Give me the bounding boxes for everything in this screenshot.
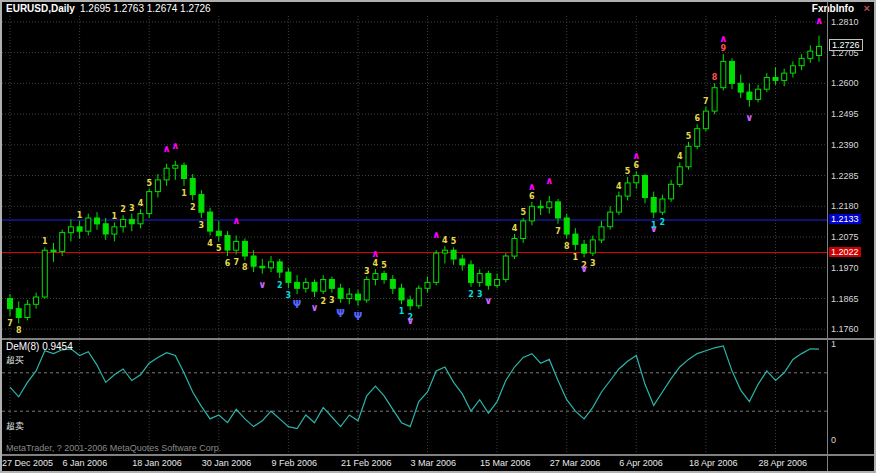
indicator-axis-label: 1 — [831, 339, 836, 349]
svg-text:6: 6 — [529, 192, 535, 201]
svg-text:6: 6 — [694, 114, 700, 123]
time-axis-label: 21 Feb 2006 — [341, 458, 392, 468]
svg-text:∧: ∧ — [232, 215, 240, 226]
svg-text:4: 4 — [616, 182, 622, 191]
svg-text:7: 7 — [7, 319, 13, 328]
svg-text:6: 6 — [634, 161, 640, 170]
svg-text:2: 2 — [120, 205, 126, 214]
demarker-chart[interactable] — [2, 340, 827, 454]
svg-text:∧: ∧ — [371, 248, 379, 259]
svg-text:2: 2 — [660, 218, 666, 227]
time-axis-label: 27 Dec 2005 — [2, 458, 53, 468]
price-axis-label: 1.2075 — [831, 232, 859, 242]
svg-text:6: 6 — [225, 259, 231, 268]
hline-price-label: 1.2022 — [829, 247, 861, 257]
svg-text:∨: ∨ — [310, 302, 318, 313]
svg-text:4: 4 — [442, 236, 448, 245]
indicator-panel[interactable]: DeM(8) 0.9454 超买 超卖 MetaTrader, ? 2001-2… — [2, 340, 827, 454]
svg-text:1: 1 — [77, 211, 83, 220]
price-axis-label: 1.1970 — [831, 263, 859, 273]
svg-text:9: 9 — [721, 44, 727, 53]
price-axis-label: 1.2285 — [831, 171, 859, 181]
svg-text:5: 5 — [146, 179, 152, 188]
price-axis-label: 1.2390 — [831, 140, 859, 150]
price-axis-label: 1.1865 — [831, 294, 859, 304]
svg-text:1: 1 — [112, 212, 118, 221]
time-axis-label: 15 Mar 2006 — [480, 458, 531, 468]
svg-text:2: 2 — [468, 290, 474, 299]
svg-text:5: 5 — [625, 167, 631, 176]
time-axis-label: 9 Feb 2006 — [271, 458, 317, 468]
price-axis-label: 1.2600 — [831, 78, 859, 88]
svg-text:3: 3 — [329, 296, 335, 305]
time-axis-label: 6 Jan 2006 — [63, 458, 108, 468]
svg-text:8: 8 — [564, 242, 570, 251]
price-axis: 1.28101.27051.26001.24951.23901.22851.21… — [828, 2, 874, 471]
svg-text:2: 2 — [277, 281, 283, 290]
svg-text:Ψ: Ψ — [354, 311, 363, 322]
time-axis-label: 30 Jan 2006 — [202, 458, 252, 468]
svg-text:7: 7 — [233, 258, 239, 267]
time-axis-label: 28 Apr 2006 — [759, 458, 808, 468]
svg-text:∧: ∧ — [545, 175, 553, 186]
svg-text:1: 1 — [651, 221, 657, 230]
svg-text:∧: ∧ — [171, 140, 179, 151]
svg-text:4: 4 — [512, 224, 518, 233]
price-chart-area[interactable]: 781112345∧∧12345678∧∨23Ψ∨23ΨΨ345∧12∨∧452… — [2, 16, 827, 338]
svg-text:∨: ∨ — [406, 315, 414, 326]
svg-text:7: 7 — [555, 227, 561, 236]
indicator-label: DeM(8) 0.9454 — [6, 341, 73, 352]
chart-title: EURUSD,Daily — [6, 3, 75, 14]
ohlc-readout: 1.2695 1.2763 1.2674 1.2726 — [80, 3, 211, 14]
price-axis-label: 1.2810 — [831, 17, 859, 27]
svg-text:∧: ∧ — [163, 143, 171, 154]
svg-text:4: 4 — [138, 199, 144, 208]
titlebar: EURUSD,Daily 1.2695 1.2763 1.2674 1.2726… — [2, 2, 874, 16]
svg-text:3: 3 — [590, 259, 596, 268]
overbought-label: 超买 — [6, 354, 24, 367]
svg-text:∧: ∧ — [815, 16, 823, 26]
svg-text:2: 2 — [320, 297, 326, 306]
svg-text:1: 1 — [399, 307, 405, 316]
indicator-name: DeM(8) — [6, 341, 39, 352]
svg-text:Ψ: Ψ — [336, 308, 345, 319]
svg-text:∧: ∧ — [719, 33, 727, 44]
svg-text:5: 5 — [381, 261, 387, 270]
svg-text:4: 4 — [373, 259, 379, 268]
svg-text:3: 3 — [477, 290, 483, 299]
svg-text:7: 7 — [703, 97, 709, 106]
svg-text:∧: ∧ — [528, 181, 536, 192]
time-axis-label: 18 Jan 2006 — [132, 458, 182, 468]
indicator-value: 0.9454 — [42, 341, 73, 352]
svg-text:3: 3 — [129, 204, 135, 213]
oversold-label: 超卖 — [6, 420, 24, 433]
svg-text:5: 5 — [520, 208, 526, 217]
svg-text:∧: ∧ — [432, 229, 440, 240]
time-axis-label: 6 Apr 2006 — [619, 458, 663, 468]
svg-text:8: 8 — [242, 263, 248, 272]
svg-text:3: 3 — [286, 291, 292, 300]
time-axis-label: 27 Mar 2006 — [550, 458, 601, 468]
price-axis-label: 1.1760 — [831, 324, 859, 334]
svg-text:5: 5 — [216, 244, 222, 253]
svg-text:Ψ: Ψ — [293, 299, 302, 310]
svg-text:3: 3 — [364, 267, 370, 276]
chart-window: EURUSD,Daily 1.2695 1.2763 1.2674 1.2726… — [0, 0, 876, 473]
price-axis-label: 1.2180 — [831, 201, 859, 211]
time-axis: 27 Dec 20056 Jan 200618 Jan 200630 Jan 2… — [2, 456, 827, 471]
copyright-text: MetaTrader, ? 2001-2006 MetaQuotes Softw… — [6, 443, 221, 453]
svg-text:∨: ∨ — [484, 295, 492, 306]
svg-text:1: 1 — [573, 253, 579, 262]
svg-text:∧: ∧ — [632, 150, 640, 161]
svg-text:1: 1 — [181, 189, 187, 198]
price-chart[interactable]: 781112345∧∧12345678∧∨23Ψ∨23ΨΨ345∧12∨∧452… — [2, 16, 827, 338]
svg-text:4: 4 — [677, 152, 683, 161]
current-price-label: 1.2726 — [829, 39, 863, 51]
price-axis-label: 1.2495 — [831, 109, 859, 119]
svg-text:2: 2 — [190, 203, 196, 212]
svg-text:∨: ∨ — [745, 112, 753, 123]
indicator-axis-label: 0 — [831, 435, 836, 445]
svg-text:∨: ∨ — [258, 279, 266, 290]
svg-text:5: 5 — [686, 132, 692, 141]
svg-text:8: 8 — [16, 326, 22, 335]
